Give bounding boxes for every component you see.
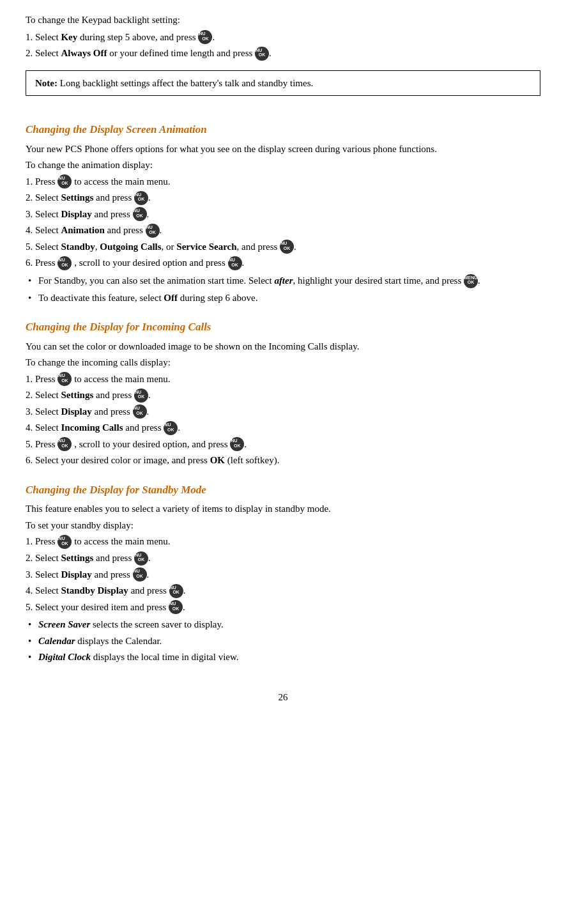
incoming-step6: 6. Select your desired color or image, a… xyxy=(26,453,540,468)
intro-line1: To change the Keypad backlight setting: xyxy=(26,13,540,27)
incoming-step3: 3. Select Display and press MENUOK. xyxy=(26,404,540,420)
animation-step2: 2. Select Settings and press MENUOK. xyxy=(26,190,540,206)
menu-icon-i3: MENUOK xyxy=(133,404,147,419)
incoming-step1: 1. Press MENUOK to access the main menu. xyxy=(26,372,540,387)
section-standby-heading: Changing the Display for Standby Mode xyxy=(26,482,540,498)
menu-icon-a1: MENUOK xyxy=(57,174,72,189)
standby-para2: To set your standby display: xyxy=(26,518,540,533)
animation-bullets: For Standby, you can also set the animat… xyxy=(26,273,540,305)
animation-step4: 4. Select Animation and press MENUOK. xyxy=(26,223,540,238)
menu-icon-ab1: MENUOK xyxy=(464,274,478,288)
menu-icon-a6a: MENUOK xyxy=(57,256,72,270)
menu-icon-i1: MENUOK xyxy=(57,372,72,386)
intro-step2: 2. Select Always Off or your defined tim… xyxy=(26,46,540,61)
menu-icon-a4: MENUOK xyxy=(146,224,160,238)
standby-bullet3: Digital Clock displays the local time in… xyxy=(26,650,540,665)
animation-para2: To change the animation display: xyxy=(26,158,540,173)
animation-steps: 1. Press MENUOK to access the main menu.… xyxy=(26,174,540,271)
menu-icon-a6b: MENUOK xyxy=(228,256,242,270)
menu-icon-i5a: MENUOK xyxy=(57,437,72,451)
animation-bullet1: For Standby, you can also set the animat… xyxy=(26,273,540,289)
menu-icon-a2: MENUOK xyxy=(134,191,148,205)
standby-steps: 1. Press MENUOK to access the main menu.… xyxy=(26,534,540,615)
section-animation: Changing the Display Screen Animation Yo… xyxy=(26,121,540,305)
animation-step5: 5. Select Standby, Outgoing Calls, or Se… xyxy=(26,240,540,255)
menu-icon-s2: MENUOK xyxy=(134,551,148,566)
standby-step3: 3. Select Display and press MENUOK. xyxy=(26,567,540,583)
animation-step1: 1. Press MENUOK to access the main menu. xyxy=(26,174,540,190)
incoming-step5: 5. Press MENUOK , scroll to your desired… xyxy=(26,437,540,452)
menu-icon-i5b: MENUOK xyxy=(230,437,244,451)
note-label: Note: xyxy=(35,78,57,88)
standby-para1: This feature enables you to select a var… xyxy=(26,502,540,516)
menu-icon-1: MENUOK xyxy=(198,30,212,44)
menu-icon-s5: MENUOK xyxy=(169,600,183,614)
incoming-para1: You can set the color or downloaded imag… xyxy=(26,339,540,354)
standby-bullet2: Calendar displays the Calendar. xyxy=(26,634,540,649)
standby-step5: 5. Select your desired item and press ME… xyxy=(26,600,540,615)
incoming-steps: 1. Press MENUOK to access the main menu.… xyxy=(26,372,540,468)
menu-icon-a3: MENUOK xyxy=(133,207,147,221)
intro-steps: 1. Select Key during step 5 above, and p… xyxy=(26,30,540,61)
intro-step1: 1. Select Key during step 5 above, and p… xyxy=(26,30,540,45)
note-box: Note: Long backlight settings affect the… xyxy=(26,70,540,96)
standby-step4: 4. Select Standby Display and press MENU… xyxy=(26,583,540,599)
animation-step6: 6. Press MENUOK , scroll to your desired… xyxy=(26,256,540,271)
intro-block: To change the Keypad backlight setting: … xyxy=(26,13,540,107)
menu-icon-s1: MENUOK xyxy=(57,535,72,549)
incoming-step4: 4. Select Incoming Calls and press MENUO… xyxy=(26,420,540,436)
animation-step3: 3. Select Display and press MENUOK. xyxy=(26,207,540,222)
standby-bullets: Screen Saver selects the screen saver to… xyxy=(26,617,540,665)
animation-bullet2: To deactivate this feature, select Off d… xyxy=(26,291,540,305)
menu-icon-s3: MENUOK xyxy=(133,567,147,581)
section-standby: Changing the Display for Standby Mode Th… xyxy=(26,482,540,665)
section-incoming: Changing the Display for Incoming Calls … xyxy=(26,319,540,468)
note-text: Long backlight settings affect the batte… xyxy=(57,78,313,88)
section-animation-heading: Changing the Display Screen Animation xyxy=(26,121,540,138)
menu-icon-i4: MENUOK xyxy=(164,421,178,435)
page-number: 26 xyxy=(26,690,540,705)
menu-icon-s4: MENUOK xyxy=(169,584,183,598)
section-incoming-heading: Changing the Display for Incoming Calls xyxy=(26,319,540,335)
incoming-step2: 2. Select Settings and press MENUOK. xyxy=(26,388,540,403)
animation-para1: Your new PCS Phone offers options for wh… xyxy=(26,142,540,157)
standby-bullet1: Screen Saver selects the screen saver to… xyxy=(26,617,540,632)
standby-step2: 2. Select Settings and press MENUOK. xyxy=(26,551,540,566)
menu-icon-2: MENUOK xyxy=(255,47,269,61)
standby-step1: 1. Press MENUOK to access the main menu. xyxy=(26,534,540,550)
menu-icon-i2: MENUOK xyxy=(134,389,148,403)
menu-icon-a5: MENUOK xyxy=(280,240,294,254)
incoming-para2: To change the incoming calls display: xyxy=(26,355,540,370)
